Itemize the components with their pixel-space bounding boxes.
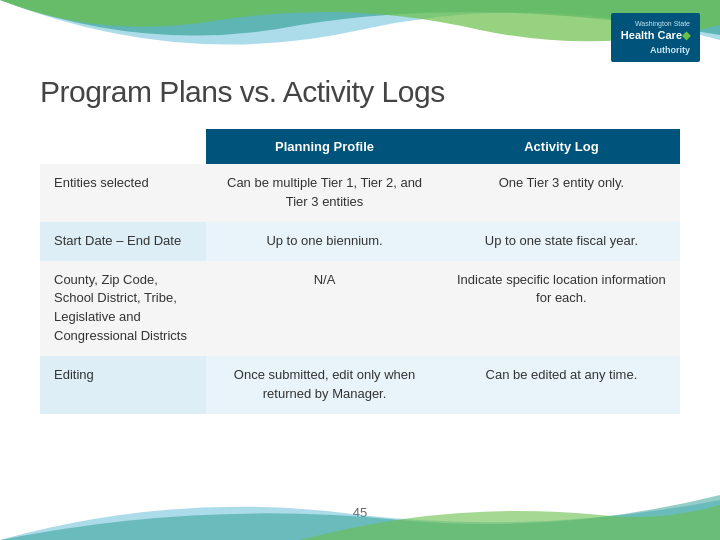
logo-line1: Washington State <box>621 19 690 29</box>
col-header-activity: Activity Log <box>443 129 680 164</box>
table-row: County, Zip Code, School District, Tribe… <box>40 261 680 356</box>
logo-area: Washington State Health Care◆ Authority <box>540 10 700 65</box>
table-row: Entities selectedCan be multiple Tier 1,… <box>40 164 680 222</box>
main-content: Program Plans vs. Activity Logs Planning… <box>40 75 680 485</box>
col-header-empty <box>40 129 206 164</box>
row-planning-value: Once submitted, edit only when returned … <box>206 356 443 414</box>
footer-wave <box>0 480 720 540</box>
row-planning-value: Up to one biennium. <box>206 222 443 261</box>
row-label: Start Date – End Date <box>40 222 206 261</box>
col-header-planning: Planning Profile <box>206 129 443 164</box>
row-label: Entities selected <box>40 164 206 222</box>
row-planning-value: N/A <box>206 261 443 356</box>
table-header-row: Planning Profile Activity Log <box>40 129 680 164</box>
page-title: Program Plans vs. Activity Logs <box>40 75 680 109</box>
table-row: EditingOnce submitted, edit only when re… <box>40 356 680 414</box>
row-label: Editing <box>40 356 206 414</box>
row-activity-value: Up to one state fiscal year. <box>443 222 680 261</box>
row-activity-value: Can be edited at any time. <box>443 356 680 414</box>
row-planning-value: Can be multiple Tier 1, Tier 2, and Tier… <box>206 164 443 222</box>
row-label: County, Zip Code, School District, Tribe… <box>40 261 206 356</box>
row-activity-value: Indicate specific location information f… <box>443 261 680 356</box>
comparison-table: Planning Profile Activity Log Entities s… <box>40 129 680 414</box>
logo-line3: Authority <box>621 44 690 57</box>
table-row: Start Date – End DateUp to one biennium.… <box>40 222 680 261</box>
row-activity-value: One Tier 3 entity only. <box>443 164 680 222</box>
logo-box: Washington State Health Care◆ Authority <box>611 13 700 63</box>
logo-line2: Health Care◆ <box>621 28 690 43</box>
